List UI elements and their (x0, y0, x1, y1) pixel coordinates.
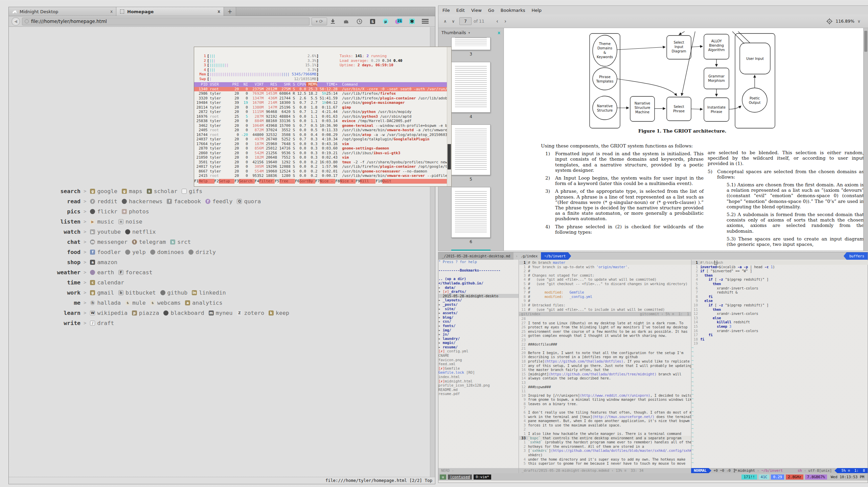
homepage-link[interactable]: mmessenger (90, 239, 127, 245)
homepage-link[interactable]: hhallada (90, 300, 121, 306)
page-thumbnail[interactable] (451, 187, 490, 238)
url-field[interactable]: file:///home/tyler/homepage.html (22, 18, 310, 25)
homepage-link[interactable]: netflix (125, 229, 156, 235)
git-commit-pane[interactable]: 1# On branch master1# Your branch is up-… (519, 260, 691, 312)
history-back-button[interactable]: ‹ (493, 17, 501, 26)
page-thumbnail[interactable] (451, 37, 490, 50)
homepage-link[interactable]: bbitbucket (118, 289, 156, 296)
nerdtree-item[interactable] (438, 273, 519, 277)
homepage-link[interactable]: flickr (90, 208, 117, 215)
page-thumbnail-selected[interactable] (451, 250, 490, 251)
mu-icon[interactable]: μ (382, 18, 389, 25)
page-down-button[interactable]: ∨ (449, 17, 457, 26)
nerdtree-item[interactable]: ▸ assets/ (438, 311, 519, 315)
extension-puzzle-icon[interactable] (342, 18, 350, 25)
homepage-link[interactable]: ♞mule (125, 300, 146, 306)
nerdtree-item[interactable]: ▸ _data/ (438, 285, 519, 290)
menu-edit[interactable]: Edit (456, 8, 465, 13)
nerdtree-item[interactable]: .. (up a dir) (438, 277, 519, 281)
homepage-link[interactable]: ffeedly (205, 198, 233, 205)
htop-function-key-bar[interactable]: F1Help F2Setup F3Search F4Filter F5Tree … (194, 179, 447, 184)
homepage-link[interactable]: ▶music (90, 218, 114, 225)
nerdtree-item[interactable]: index.html (438, 375, 519, 379)
markdown-pane[interactable]: 2827I tend to use Linux (Ubuntu) on my d… (519, 317, 691, 466)
homepage-link[interactable]: Qquora (237, 198, 261, 205)
homepage-link[interactable]: gmaps (122, 188, 142, 194)
homepage-link[interactable]: github (160, 289, 188, 296)
homepage-link[interactable]: blackboard (163, 310, 204, 316)
nerdtree-item[interactable]: ▸ laundry/ (438, 337, 519, 341)
menu-bookmarks[interactable]: Bookmarks (501, 8, 525, 13)
tab-homepage[interactable]: Homepage x (116, 7, 224, 16)
menu-hamburger-icon[interactable] (421, 18, 429, 25)
htop-scrollbar-thumb[interactable] (448, 144, 451, 169)
homepage-link[interactable]: Wwikipedia (90, 310, 127, 316)
homepage-link[interactable]: kkeep (269, 310, 289, 316)
badge-21-icon[interactable]: 21 (395, 18, 403, 25)
nerdtree-item[interactable]: ▸ css/ (438, 319, 519, 324)
homepage-link[interactable]: ttelegram (132, 239, 166, 245)
bash-script-pane[interactable]: 1#!/bin/bash1inverted=$(xcalib -a -p | h… (691, 260, 868, 468)
nerdtree-item[interactable]: [✗]_config.yml (438, 349, 519, 353)
homepage-link[interactable]: ppiazza (132, 310, 159, 316)
homepage-link[interactable]: ffacebook (167, 198, 201, 205)
homepage-link[interactable]: ggoogle (90, 188, 117, 194)
history-clock-icon[interactable] (356, 18, 363, 25)
homepage-link[interactable]: Fforecast (118, 269, 152, 276)
nerdtree-item[interactable]: feed.xml (438, 362, 519, 366)
nerdtree-pane[interactable]: " Press ? for help----------Bookmarks---… (438, 260, 519, 468)
nerdtree-item[interactable]: README.md (438, 388, 519, 392)
zoom-dropdown-icon[interactable]: ∨ (858, 19, 861, 24)
tab-close-icon[interactable]: x (110, 9, 113, 14)
nerdtree-item[interactable]: ▸ magic/ (438, 341, 519, 345)
homepage-link[interactable]: ✚photos (122, 208, 149, 215)
nerdtree-item[interactable]: CNAME (438, 353, 519, 358)
nerdtree-item[interactable]: ----------Bookmarks---------- (438, 268, 519, 273)
tmux-tab-active[interactable]: ~/b/invert (541, 252, 571, 260)
homepage-link[interactable]: mmyneu (209, 310, 233, 316)
tab-midnight-desktop[interactable]: Midnight Desktop x (9, 7, 116, 16)
homepage-link[interactable]: nnoise (118, 218, 142, 225)
homepage-link[interactable]: hackernews (122, 198, 162, 205)
pdf-scrollbar[interactable] (863, 28, 868, 251)
homepage-link[interactable]: aanalytics (185, 300, 222, 306)
sidebar-dropdown-icon[interactable]: ▾ (469, 31, 470, 34)
nerdtree-item[interactable]: ▸ fonts/ (438, 324, 519, 328)
page-number-input[interactable]: 7 (459, 17, 472, 25)
history-forward-button[interactable]: › (501, 17, 509, 26)
nerdtree-item[interactable]: ▸ blog/ (438, 315, 519, 320)
asterisk-icon[interactable] (408, 18, 416, 25)
sidebar-close-icon[interactable]: x (498, 30, 500, 35)
homepage-link[interactable]: sscholar (147, 188, 178, 194)
homepage-link[interactable]: ♞webcams (150, 300, 181, 306)
homepage-link[interactable]: Zzotero (237, 310, 264, 316)
menu-view[interactable]: View (471, 8, 482, 13)
nerdtree-item[interactable]: ▸ resume/ (438, 345, 519, 349)
menu-help[interactable]: Help (531, 8, 542, 13)
htop-scrollbar[interactable] (447, 47, 451, 186)
homepage-link[interactable]: /draft (90, 320, 114, 326)
menu-go[interactable]: Go (488, 8, 494, 13)
homepage-link[interactable]: dominoes (150, 249, 184, 255)
nerdtree-item[interactable]: [✗]Gemfile (438, 366, 519, 371)
nerdtree-item[interactable]: ▸ _site/ (438, 307, 519, 311)
homepage-link[interactable]: drizly (188, 249, 216, 255)
buffers-badge[interactable]: buffers (844, 252, 868, 260)
pdf-scrollbar-thumb[interactable] (864, 31, 867, 52)
homepage-link[interactable]: rreddit (90, 198, 117, 205)
homepage-link[interactable]: earth (90, 269, 114, 276)
nerdtree-item[interactable] (438, 264, 519, 269)
nerdtree-item[interactable]: ▾ [✗]_drafts/ (438, 289, 519, 294)
nerdtree-item[interactable]: ▸ img/ (438, 328, 519, 332)
tmux-tab-file[interactable]: _/2015-05-28-midnight-desktop.md (438, 252, 513, 260)
nerdtree-item[interactable]: [✗]midnight.html (438, 379, 519, 384)
nerdtree-item[interactable]: favicon.png (438, 358, 519, 362)
homepage-link[interactable]: gifs (182, 188, 202, 194)
new-tab-button[interactable]: + (224, 7, 236, 16)
nerdtree-item[interactable]: profile_icon_128x128.png (438, 383, 519, 388)
zoom-level[interactable]: 116.89% (836, 19, 854, 24)
homepage-link[interactable]: yelp (125, 249, 146, 255)
homepage-link[interactable]: ssrct (170, 239, 191, 245)
nerdtree-item[interactable]: ▸ _posts/ (438, 302, 519, 307)
tab-close-icon[interactable]: x (218, 9, 220, 14)
